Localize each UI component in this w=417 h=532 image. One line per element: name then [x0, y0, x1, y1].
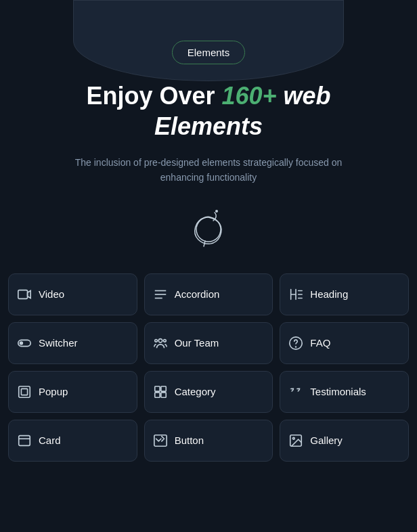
- accordion-item[interactable]: Accordion: [144, 273, 273, 315]
- button-icon: [153, 433, 168, 448]
- switcher-label: Switcher: [39, 337, 78, 349]
- heading-label: Heading: [310, 288, 348, 300]
- svg-rect-15: [21, 389, 27, 395]
- video-item[interactable]: Video: [8, 273, 137, 315]
- svg-point-1: [215, 210, 218, 213]
- gallery-label: Gallery: [310, 435, 343, 446]
- gallery-item[interactable]: Gallery: [280, 420, 409, 462]
- svg-rect-18: [154, 393, 159, 397]
- svg-point-9: [158, 338, 162, 342]
- button-label: Button: [175, 435, 204, 446]
- testimonials-item[interactable]: Testimonials: [280, 371, 409, 413]
- faq-icon: [288, 336, 303, 351]
- popup-icon: [17, 384, 32, 399]
- svg-rect-22: [154, 435, 167, 447]
- grid-row-3: Popup Category Testimonials: [8, 371, 409, 413]
- popup-item[interactable]: Popup: [8, 371, 137, 413]
- switcher-item[interactable]: Switcher: [8, 322, 137, 364]
- category-label: Category: [175, 386, 216, 397]
- heading-item[interactable]: Heading: [280, 273, 409, 315]
- elements-badge: Elements: [172, 41, 246, 64]
- elements-grid: Video Accordion Heading Switche: [0, 273, 417, 462]
- heading-icon: [288, 287, 303, 302]
- switcher-icon: [17, 336, 32, 351]
- heading-prefix: Enjoy Over: [86, 82, 221, 110]
- testimonials-label: Testimonials: [310, 386, 366, 397]
- gallery-icon: [288, 433, 303, 448]
- card-item[interactable]: Card: [8, 420, 137, 462]
- svg-rect-17: [161, 386, 166, 391]
- svg-point-10: [154, 339, 157, 342]
- video-label: Video: [39, 288, 64, 300]
- category-item[interactable]: Category: [144, 371, 273, 413]
- svg-point-13: [296, 347, 297, 347]
- video-icon: [17, 287, 32, 302]
- card-label: Card: [39, 435, 61, 446]
- popup-label: Popup: [39, 386, 68, 397]
- faq-label: FAQ: [310, 337, 330, 349]
- sub-heading-text: The inclusion of pre-designed elements s…: [53, 155, 364, 185]
- team-icon: [153, 336, 168, 351]
- svg-marker-3: [28, 290, 31, 298]
- decorative-icon: [185, 206, 232, 253]
- svg-point-11: [163, 339, 166, 342]
- card-icon: [17, 433, 32, 448]
- main-heading: Enjoy Over 160+ webElements: [86, 81, 330, 141]
- grid-row-4: Card Button Gallery: [8, 420, 409, 462]
- accordion-icon: [153, 287, 168, 302]
- category-icon: [153, 384, 168, 399]
- svg-rect-2: [18, 290, 28, 298]
- our-team-label: Our Team: [175, 337, 219, 349]
- svg-rect-14: [19, 386, 30, 398]
- svg-point-8: [20, 341, 24, 345]
- grid-row-1: Video Accordion Heading: [8, 273, 409, 315]
- our-team-item[interactable]: Our Team: [144, 322, 273, 364]
- faq-item[interactable]: FAQ: [280, 322, 409, 364]
- accordion-label: Accordion: [175, 288, 220, 300]
- main-container: Elements Enjoy Over 160+ webElements The…: [0, 0, 417, 462]
- svg-rect-16: [154, 386, 159, 391]
- svg-rect-19: [161, 393, 166, 397]
- button-item[interactable]: Button: [144, 420, 273, 462]
- grid-row-2: Switcher Our Team FAQ: [8, 322, 409, 364]
- testimonials-icon: [288, 384, 303, 399]
- svg-rect-20: [19, 435, 30, 445]
- svg-point-24: [293, 437, 295, 439]
- heading-highlight: 160+: [221, 82, 276, 110]
